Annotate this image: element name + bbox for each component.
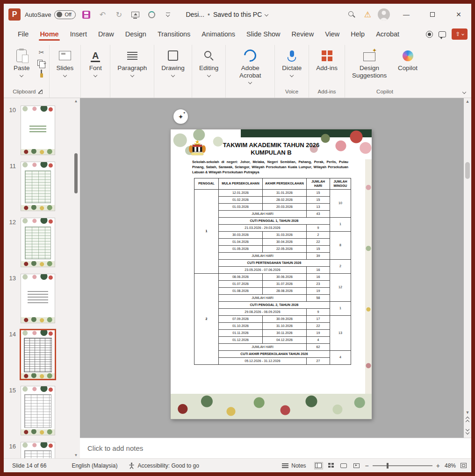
present-button[interactable]: [129, 8, 141, 21]
scroll-up-icon[interactable]: ▲: [74, 99, 78, 103]
minimize-button[interactable]: —: [396, 7, 416, 21]
dictate-button[interactable]: Dictate: [278, 46, 305, 78]
tab-acrobat[interactable]: Acrobat: [370, 27, 405, 43]
table-cell: 1: [330, 218, 351, 232]
tab-animations[interactable]: Animations: [196, 27, 241, 43]
slideshow-view-button[interactable]: [353, 462, 360, 469]
search-button[interactable]: [345, 8, 358, 21]
notes-toggle[interactable]: Notes: [278, 462, 309, 469]
fit-slide-button[interactable]: [461, 463, 467, 468]
slide-thumbnail-13[interactable]: [21, 274, 55, 323]
vertical-scrollbar[interactable]: ▲ ▼: [464, 98, 471, 438]
tab-design[interactable]: Design: [120, 27, 152, 43]
slides-button[interactable]: Slides: [53, 46, 78, 78]
editing-icon: [202, 49, 216, 63]
sidebar-scroll-thumb[interactable]: [74, 153, 78, 193]
cut-button[interactable]: ✂: [39, 49, 44, 56]
editing-button[interactable]: Editing: [195, 46, 222, 78]
table-cell: CUTI AKHIR PERSEKOLAHAN TAHUN 2026: [219, 351, 330, 358]
zoom-level[interactable]: 48%: [445, 462, 456, 469]
notes-placeholder[interactable]: Click to add notes: [87, 444, 143, 452]
zoom-slider-knob[interactable]: [387, 463, 389, 469]
sidebar-scrollbar[interactable]: ▲ ▼: [74, 105, 78, 455]
scroll-down-icon[interactable]: ▼: [74, 453, 78, 457]
editor-button[interactable]: [145, 8, 158, 21]
scrollbar-track[interactable]: [464, 104, 471, 411]
scroll-down-button[interactable]: ▼: [466, 411, 470, 415]
tab-file[interactable]: File: [12, 27, 34, 43]
record-button[interactable]: [426, 31, 433, 38]
document-title[interactable]: Desi... • Saved to this PC: [186, 11, 268, 18]
tab-slide-show[interactable]: Slide Show: [241, 27, 286, 43]
comments-button[interactable]: [439, 31, 446, 37]
tab-insert[interactable]: Insert: [65, 27, 93, 43]
slide-thumbnail-16[interactable]: [21, 442, 55, 458]
slide-subtitle[interactable]: Sekolah-sekolah di negeri: Johor, Melaka…: [192, 160, 348, 175]
autosave-toggle[interactable]: Off: [54, 10, 76, 19]
paste-icon: [14, 49, 29, 63]
font-button[interactable]: Font: [84, 46, 107, 78]
copy-button[interactable]: [37, 60, 46, 66]
slide-title[interactable]: TAKWIM AKADEMIK TAHUN 2026 KUMPULAN B: [171, 142, 372, 157]
tab-draw[interactable]: Draw: [93, 27, 120, 43]
paste-label: Paste: [14, 64, 30, 72]
tab-home[interactable]: Home: [34, 27, 64, 43]
clipboard-dialog-launcher[interactable]: [38, 90, 43, 94]
thumbnail-content: [24, 394, 51, 428]
share-button[interactable]: ⇧: [452, 28, 468, 40]
tab-view[interactable]: View: [319, 27, 345, 43]
save-button[interactable]: [80, 8, 92, 21]
slide-thumbnail-12[interactable]: [21, 218, 55, 267]
accessibility-icon: [129, 462, 135, 469]
warning-icon[interactable]: ⚠: [364, 11, 371, 19]
paragraph-label: Paragraph: [117, 64, 147, 72]
slide-indicator[interactable]: Slide 14 of 66: [8, 462, 50, 469]
tab-help[interactable]: Help: [345, 27, 370, 43]
next-slide-button[interactable]: [466, 426, 469, 436]
slide-number: 12: [4, 218, 21, 226]
redo-button[interactable]: ↻: [113, 8, 125, 21]
thumbnail-row: 15: [4, 386, 80, 435]
zoom-in-button[interactable]: +: [436, 462, 440, 469]
slide-thumbnail-11[interactable]: [21, 162, 55, 211]
powerpoint-logo-icon[interactable]: P: [8, 8, 21, 21]
undo-button[interactable]: ↶: [96, 8, 108, 21]
language-indicator[interactable]: English (Malaysia): [68, 462, 121, 469]
design-ideas-button[interactable]: ✦✦: [173, 109, 188, 124]
drawing-button[interactable]: Drawing: [158, 46, 188, 78]
tab-review[interactable]: Review: [286, 27, 320, 43]
maximize-button[interactable]: [423, 7, 442, 21]
paragraph-button[interactable]: Paragraph: [114, 46, 151, 78]
paste-button[interactable]: Paste: [10, 46, 34, 78]
quick-access-dropdown[interactable]: [162, 8, 174, 21]
slide-thumbnail-15[interactable]: [21, 386, 55, 435]
table-cell: 04.12.2026: [263, 337, 307, 344]
thumbnail-row: 10: [4, 106, 80, 155]
close-button[interactable]: ×: [449, 7, 468, 21]
chevron-down-icon: [265, 13, 268, 16]
slide-14[interactable]: TAKWIM AKADEMIK TAHUN 2026 KUMPULAN B Se…: [171, 129, 372, 419]
previous-slide-button[interactable]: [466, 415, 469, 426]
reading-view-button[interactable]: [340, 462, 348, 469]
doc-name: Desi...: [186, 11, 204, 18]
slide-thumbnail-10[interactable]: [21, 106, 55, 155]
accessibility-checker[interactable]: Accessibility: Good to go: [125, 462, 202, 469]
normal-view-button[interactable]: [315, 462, 323, 469]
copilot-button[interactable]: Copilot: [394, 46, 421, 73]
slide-thumbnail-14[interactable]: [21, 330, 55, 379]
table-cell: 01.12.2026: [219, 337, 263, 344]
addins-button[interactable]: Add-ins: [312, 46, 341, 73]
collapse-ribbon-button[interactable]: [462, 90, 466, 94]
acrobat-button[interactable]: Adobe Acrobat: [229, 46, 271, 85]
takwim-table[interactable]: PENGGALMULA PERSEKOLAHANAKHIR PERSEKOLAH…: [194, 178, 351, 365]
slide-sorter-view-button[interactable]: [327, 462, 335, 469]
maximize-icon: [430, 12, 435, 17]
format-painter-button[interactable]: [40, 70, 43, 78]
zoom-out-button[interactable]: −: [365, 462, 369, 469]
design-suggestions-button[interactable]: Design Suggestions: [348, 46, 390, 80]
tab-transitions[interactable]: Transitions: [152, 27, 196, 43]
scroll-up-button[interactable]: ▲: [466, 99, 470, 104]
account-avatar[interactable]: [378, 8, 390, 21]
scrollbar-thumb[interactable]: [465, 162, 470, 179]
zoom-slider[interactable]: [373, 465, 432, 466]
